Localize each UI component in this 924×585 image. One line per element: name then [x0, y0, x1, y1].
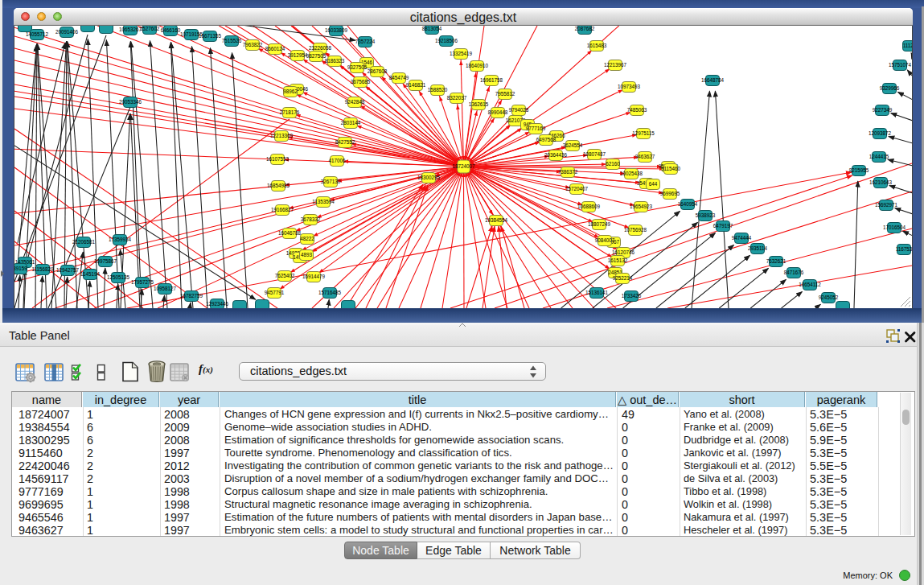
svg-text:10807487: 10807487 — [583, 151, 606, 157]
svg-text:39159: 39159 — [14, 266, 27, 271]
svg-text:20091406: 20091406 — [55, 29, 79, 35]
svg-text:20053346: 20053346 — [119, 99, 142, 105]
svg-text:1362615: 1362615 — [469, 101, 489, 107]
svg-text:16107553: 16107553 — [266, 156, 290, 162]
svg-text:5938923: 5938923 — [696, 212, 716, 218]
svg-text:16648784: 16648784 — [701, 77, 725, 83]
svg-text:13325419: 13325419 — [450, 51, 473, 56]
svg-text:16046788: 16046788 — [278, 230, 302, 236]
svg-text:6479197: 6479197 — [713, 223, 733, 229]
svg-text:9699695: 9699695 — [660, 191, 680, 196]
svg-text:9146821: 9146821 — [406, 82, 426, 88]
svg-text:4893: 4893 — [301, 252, 313, 257]
svg-text:9227349: 9227349 — [873, 107, 893, 113]
svg-text:15751074: 15751074 — [889, 62, 912, 68]
svg-text:15716485: 15716485 — [318, 290, 342, 295]
svg-text:9777169: 9777169 — [526, 126, 546, 131]
svg-text:19218506: 19218506 — [435, 38, 458, 43]
svg-text:6466160: 6466160 — [161, 27, 181, 33]
svg-text:9457791: 9457791 — [265, 290, 285, 295]
svg-text:9115460: 9115460 — [661, 166, 681, 171]
svg-text:644: 644 — [649, 181, 658, 187]
svg-text:16033809: 16033809 — [325, 27, 348, 33]
svg-text:14055712: 14055712 — [26, 31, 49, 37]
svg-text:2718176: 2718176 — [280, 109, 300, 115]
svg-text:7357224: 7357224 — [355, 39, 376, 44]
svg-text:1145194: 1145194 — [80, 271, 101, 277]
svg-text:10756928: 10756928 — [624, 227, 647, 233]
svg-text:7485063: 7485063 — [627, 107, 647, 113]
svg-text:18300295: 18300295 — [417, 175, 441, 180]
svg-text:8471676: 8471676 — [784, 270, 804, 275]
svg-text:7955812: 7955812 — [495, 91, 515, 97]
svg-text:21206581: 21206581 — [72, 239, 96, 245]
svg-text:15720407: 15720407 — [565, 186, 589, 192]
svg-text:18724007: 18724007 — [452, 163, 475, 169]
svg-text:7625402: 7625402 — [275, 273, 295, 278]
svg-text:16914479: 16914479 — [302, 274, 326, 279]
svg-text:19384554: 19384554 — [485, 217, 508, 223]
svg-text:9327505: 9327505 — [347, 64, 368, 70]
svg-text:417006: 417006 — [328, 158, 346, 163]
svg-text:16120746: 16120746 — [612, 249, 635, 255]
svg-text:16210643: 16210643 — [869, 179, 893, 185]
svg-text:17359934: 17359934 — [109, 237, 132, 242]
svg-text:12213967: 12213967 — [604, 62, 627, 68]
svg-text:17957275: 17957275 — [131, 279, 154, 285]
svg-text:1615483: 1615483 — [587, 43, 607, 48]
svg-text:10973493: 10973493 — [618, 84, 641, 89]
svg-text:15692971: 15692971 — [875, 202, 898, 208]
svg-text:19166827: 19166827 — [271, 207, 294, 212]
svg-text:9329966: 9329966 — [880, 85, 900, 91]
svg-text:16671355: 16671355 — [199, 33, 222, 39]
svg-text:1733426: 1733426 — [622, 293, 642, 299]
svg-text:9827505: 9827505 — [306, 53, 326, 59]
svg-text:1615132: 1615132 — [608, 257, 628, 263]
svg-text:3624554: 3624554 — [563, 142, 583, 148]
svg-text:7515526: 7515526 — [222, 38, 242, 43]
svg-text:9794028: 9794028 — [509, 107, 529, 113]
svg-text:12923446: 12923446 — [206, 301, 229, 307]
svg-text:16782759: 16782759 — [180, 293, 203, 299]
svg-text:9252214: 9252214 — [613, 275, 633, 281]
svg-text:20364436: 20364436 — [544, 152, 568, 158]
svg-text:1640954: 1640954 — [678, 201, 698, 207]
svg-text:10958127: 10958127 — [154, 286, 177, 291]
svg-text:12942757: 12942757 — [56, 267, 80, 273]
svg-text:9474444: 9474444 — [732, 235, 752, 241]
svg-text:8990448: 8990448 — [488, 109, 508, 115]
svg-text:12093872: 12093872 — [869, 130, 892, 136]
svg-text:12213369: 12213369 — [270, 133, 294, 138]
svg-text:8660124: 8660124 — [265, 46, 285, 51]
svg-text:19654923: 19654923 — [630, 204, 653, 209]
svg-text:6497568: 6497568 — [536, 137, 556, 142]
svg-text:2867608: 2867608 — [368, 68, 388, 74]
svg-text:3678332: 3678332 — [301, 216, 321, 222]
svg-text:18640910: 18640910 — [466, 63, 489, 68]
svg-text:16854985: 16854985 — [267, 183, 290, 188]
svg-text:7386372: 7386372 — [558, 169, 578, 175]
svg-text:10688609: 10688609 — [577, 204, 601, 209]
svg-text:10975867: 10975867 — [94, 258, 117, 264]
svg-text:8186323: 8186323 — [325, 58, 345, 64]
svg-text:2087682: 2087682 — [575, 26, 595, 31]
svg-text:17016504: 17016504 — [883, 225, 906, 230]
svg-text:3675685: 3675685 — [351, 79, 371, 84]
svg-text:1244415: 1244415 — [869, 154, 889, 159]
svg-text:23226058: 23226058 — [309, 45, 332, 51]
svg-text:12505135: 12505135 — [107, 274, 130, 280]
svg-text:8215955: 8215955 — [849, 167, 869, 173]
svg-text:9084007: 9084007 — [595, 237, 615, 243]
svg-text:48222: 48222 — [300, 236, 314, 241]
svg-text:98962: 98962 — [283, 89, 298, 94]
svg-text:116753: 116753 — [896, 246, 912, 252]
svg-text:12975115: 12975115 — [632, 130, 655, 136]
svg-text:7632621: 7632621 — [766, 258, 786, 264]
svg-text:62160: 62160 — [606, 161, 620, 167]
svg-text:11156829: 11156829 — [31, 266, 54, 272]
svg-text:8322037: 8322037 — [447, 95, 467, 101]
svg-text:7963822: 7963822 — [243, 42, 263, 47]
svg-text:11353594: 11353594 — [312, 199, 335, 204]
svg-text:10654112: 10654112 — [799, 282, 821, 287]
svg-text:8427552: 8427552 — [335, 139, 355, 145]
